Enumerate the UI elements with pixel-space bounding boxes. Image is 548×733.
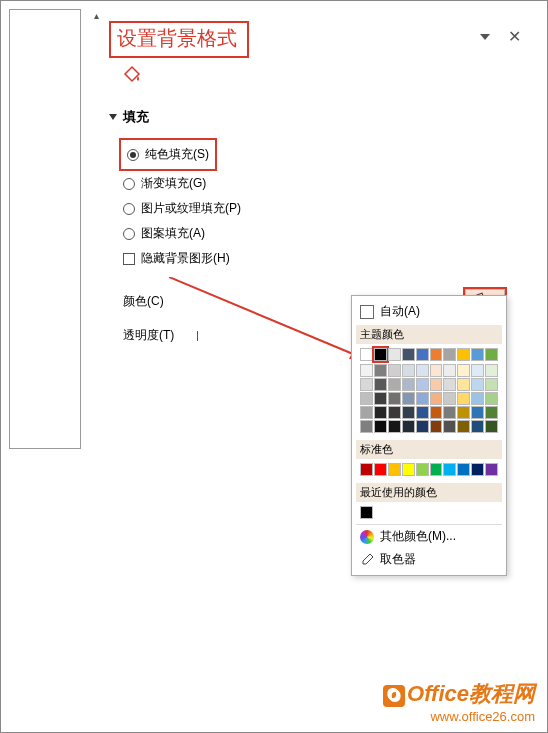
theme-color-grid	[356, 344, 502, 438]
color-swatch[interactable]	[374, 463, 387, 476]
color-swatch[interactable]	[402, 392, 415, 405]
picture-fill-option[interactable]: 图片或纹理填充(P)	[123, 196, 537, 221]
color-swatch[interactable]	[402, 348, 415, 361]
color-swatch[interactable]	[471, 364, 484, 377]
color-swatch[interactable]	[388, 364, 401, 377]
color-swatch[interactable]	[443, 378, 456, 391]
color-swatch[interactable]	[360, 506, 373, 519]
radio-icon	[123, 178, 135, 190]
radio-icon	[123, 228, 135, 240]
color-swatch[interactable]	[374, 406, 387, 419]
color-swatch[interactable]	[374, 392, 387, 405]
color-swatch[interactable]	[360, 364, 373, 377]
color-swatch[interactable]	[471, 463, 484, 476]
color-swatch[interactable]	[485, 463, 498, 476]
color-swatch[interactable]	[485, 392, 498, 405]
color-swatch[interactable]	[443, 420, 456, 433]
color-swatch[interactable]	[485, 364, 498, 377]
color-swatch[interactable]	[360, 463, 373, 476]
color-swatch[interactable]	[402, 364, 415, 377]
gradient-fill-option[interactable]: 渐变填充(G)	[123, 171, 537, 196]
color-swatch[interactable]	[430, 364, 443, 377]
panel-title-highlight: 设置背景格式	[109, 21, 249, 58]
color-swatch[interactable]	[402, 378, 415, 391]
logo-icon: O	[383, 685, 405, 707]
radio-icon	[123, 203, 135, 215]
color-swatch[interactable]	[471, 420, 484, 433]
color-swatch[interactable]	[402, 463, 415, 476]
auto-color-option[interactable]: 自动(A)	[356, 300, 502, 323]
color-swatch[interactable]	[443, 392, 456, 405]
collapse-arrow-icon[interactable]	[109, 114, 117, 120]
transparency-slider[interactable]	[197, 331, 203, 341]
color-swatch[interactable]	[443, 364, 456, 377]
color-swatch[interactable]	[388, 378, 401, 391]
auto-label: 自动(A)	[380, 303, 420, 320]
color-swatch[interactable]	[485, 406, 498, 419]
color-swatch[interactable]	[416, 463, 429, 476]
color-swatch[interactable]	[388, 392, 401, 405]
more-colors-option[interactable]: 其他颜色(M)...	[356, 524, 502, 548]
solid-fill-option[interactable]: 纯色填充(S)	[127, 142, 209, 167]
color-swatch[interactable]	[360, 378, 373, 391]
color-swatch[interactable]	[430, 463, 443, 476]
pattern-fill-option[interactable]: 图案填充(A)	[123, 221, 537, 246]
color-swatch[interactable]	[416, 420, 429, 433]
color-swatch[interactable]	[457, 463, 470, 476]
eyedropper-icon	[360, 553, 374, 567]
color-swatch[interactable]	[374, 378, 387, 391]
hide-background-option[interactable]: 隐藏背景图形(H)	[123, 246, 537, 271]
scroll-up-icon[interactable]: ▴	[89, 9, 103, 23]
color-swatch[interactable]	[443, 348, 456, 361]
color-swatch[interactable]	[388, 420, 401, 433]
color-swatch[interactable]	[485, 348, 498, 361]
color-swatch[interactable]	[388, 463, 401, 476]
color-swatch[interactable]	[457, 406, 470, 419]
color-swatch[interactable]	[485, 420, 498, 433]
color-swatch[interactable]	[430, 420, 443, 433]
color-swatch[interactable]	[416, 364, 429, 377]
color-swatch[interactable]	[443, 406, 456, 419]
color-swatch[interactable]	[457, 392, 470, 405]
fill-bucket-icon[interactable]	[121, 64, 537, 86]
color-swatch[interactable]	[430, 392, 443, 405]
color-swatch[interactable]	[471, 378, 484, 391]
color-swatch[interactable]	[457, 348, 470, 361]
color-swatch[interactable]	[374, 348, 387, 361]
color-swatch[interactable]	[471, 348, 484, 361]
color-swatch[interactable]	[360, 406, 373, 419]
color-swatch[interactable]	[457, 378, 470, 391]
color-swatch[interactable]	[360, 392, 373, 405]
panel-title: 设置背景格式	[117, 25, 237, 52]
color-swatch[interactable]	[430, 406, 443, 419]
radio-icon	[127, 149, 139, 161]
color-swatch[interactable]	[416, 378, 429, 391]
watermark-name: Office教程网	[407, 681, 535, 706]
color-swatch[interactable]	[416, 348, 429, 361]
eyedropper-label: 取色器	[380, 551, 416, 568]
color-swatch[interactable]	[416, 392, 429, 405]
color-swatch[interactable]	[430, 348, 443, 361]
color-swatch[interactable]	[471, 406, 484, 419]
color-swatch[interactable]	[485, 378, 498, 391]
color-swatch[interactable]	[360, 420, 373, 433]
color-swatch[interactable]	[374, 364, 387, 377]
close-icon[interactable]: ✕	[508, 27, 521, 46]
color-swatch[interactable]	[388, 348, 401, 361]
color-swatch[interactable]	[360, 348, 373, 361]
color-swatch[interactable]	[374, 420, 387, 433]
color-swatch[interactable]	[388, 406, 401, 419]
panel-menu-caret-icon[interactable]	[480, 34, 490, 40]
color-swatch[interactable]	[430, 378, 443, 391]
color-swatch[interactable]	[471, 392, 484, 405]
option-label: 图案填充(A)	[141, 225, 205, 242]
color-swatch[interactable]	[416, 406, 429, 419]
theme-colors-label: 主题颜色	[356, 325, 502, 344]
color-swatch[interactable]	[443, 463, 456, 476]
eyedropper-option[interactable]: 取色器	[356, 548, 502, 571]
color-swatch[interactable]	[457, 420, 470, 433]
color-swatch[interactable]	[402, 420, 415, 433]
color-swatch[interactable]	[457, 364, 470, 377]
solid-fill-highlight: 纯色填充(S)	[119, 138, 217, 171]
color-swatch[interactable]	[402, 406, 415, 419]
